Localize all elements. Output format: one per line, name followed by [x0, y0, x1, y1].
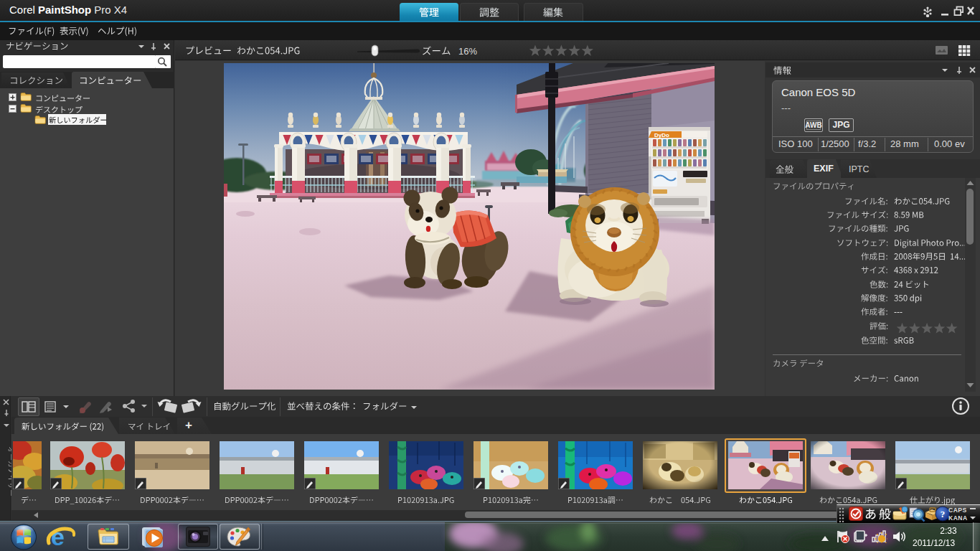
svg-text:?: ?: [941, 509, 946, 519]
svg-text:DyDo: DyDo: [654, 132, 669, 138]
